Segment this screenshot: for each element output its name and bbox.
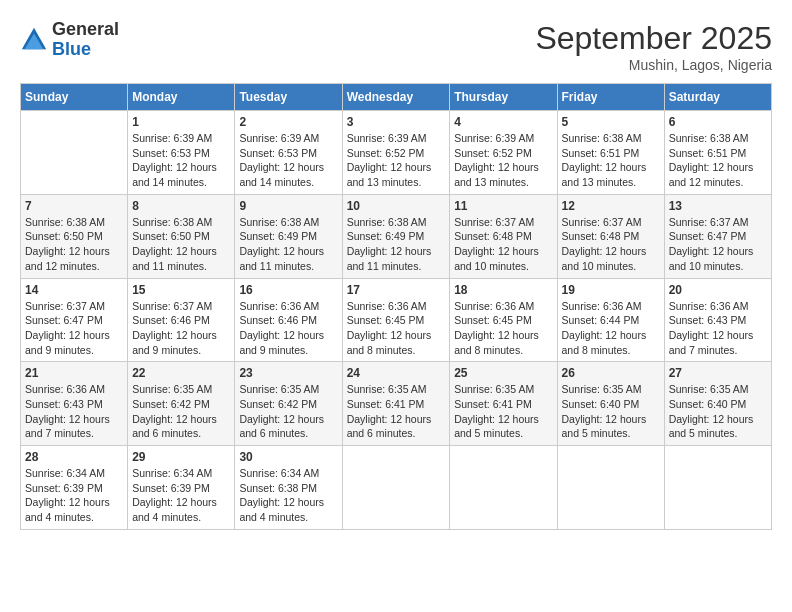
day-number: 9 bbox=[239, 199, 337, 213]
col-header-thursday: Thursday bbox=[450, 84, 557, 111]
day-number: 6 bbox=[669, 115, 767, 129]
logo-icon bbox=[20, 26, 48, 54]
calendar-cell bbox=[664, 446, 771, 530]
calendar-cell: 26Sunrise: 6:35 AM Sunset: 6:40 PM Dayli… bbox=[557, 362, 664, 446]
day-number: 11 bbox=[454, 199, 552, 213]
day-number: 14 bbox=[25, 283, 123, 297]
col-header-friday: Friday bbox=[557, 84, 664, 111]
week-row-3: 14Sunrise: 6:37 AM Sunset: 6:47 PM Dayli… bbox=[21, 278, 772, 362]
calendar-cell: 1Sunrise: 6:39 AM Sunset: 6:53 PM Daylig… bbox=[128, 111, 235, 195]
calendar-cell: 18Sunrise: 6:36 AM Sunset: 6:45 PM Dayli… bbox=[450, 278, 557, 362]
day-number: 26 bbox=[562, 366, 660, 380]
logo-blue-text: Blue bbox=[52, 39, 91, 59]
calendar-table: SundayMondayTuesdayWednesdayThursdayFrid… bbox=[20, 83, 772, 530]
calendar-cell bbox=[21, 111, 128, 195]
week-row-2: 7Sunrise: 6:38 AM Sunset: 6:50 PM Daylig… bbox=[21, 194, 772, 278]
day-info: Sunrise: 6:39 AM Sunset: 6:52 PM Dayligh… bbox=[347, 131, 446, 190]
calendar-cell: 7Sunrise: 6:38 AM Sunset: 6:50 PM Daylig… bbox=[21, 194, 128, 278]
col-header-monday: Monday bbox=[128, 84, 235, 111]
day-info: Sunrise: 6:36 AM Sunset: 6:43 PM Dayligh… bbox=[669, 299, 767, 358]
day-info: Sunrise: 6:35 AM Sunset: 6:40 PM Dayligh… bbox=[562, 382, 660, 441]
col-header-sunday: Sunday bbox=[21, 84, 128, 111]
day-info: Sunrise: 6:36 AM Sunset: 6:45 PM Dayligh… bbox=[454, 299, 552, 358]
calendar-cell: 21Sunrise: 6:36 AM Sunset: 6:43 PM Dayli… bbox=[21, 362, 128, 446]
calendar-cell: 28Sunrise: 6:34 AM Sunset: 6:39 PM Dayli… bbox=[21, 446, 128, 530]
day-info: Sunrise: 6:37 AM Sunset: 6:46 PM Dayligh… bbox=[132, 299, 230, 358]
calendar-header-row: SundayMondayTuesdayWednesdayThursdayFrid… bbox=[21, 84, 772, 111]
calendar-cell: 14Sunrise: 6:37 AM Sunset: 6:47 PM Dayli… bbox=[21, 278, 128, 362]
calendar-cell: 24Sunrise: 6:35 AM Sunset: 6:41 PM Dayli… bbox=[342, 362, 450, 446]
calendar-cell: 22Sunrise: 6:35 AM Sunset: 6:42 PM Dayli… bbox=[128, 362, 235, 446]
col-header-wednesday: Wednesday bbox=[342, 84, 450, 111]
day-number: 5 bbox=[562, 115, 660, 129]
day-info: Sunrise: 6:37 AM Sunset: 6:48 PM Dayligh… bbox=[562, 215, 660, 274]
calendar-cell: 8Sunrise: 6:38 AM Sunset: 6:50 PM Daylig… bbox=[128, 194, 235, 278]
day-number: 18 bbox=[454, 283, 552, 297]
day-info: Sunrise: 6:39 AM Sunset: 6:53 PM Dayligh… bbox=[239, 131, 337, 190]
day-number: 2 bbox=[239, 115, 337, 129]
month-title: September 2025 bbox=[535, 20, 772, 57]
calendar-cell: 13Sunrise: 6:37 AM Sunset: 6:47 PM Dayli… bbox=[664, 194, 771, 278]
day-info: Sunrise: 6:37 AM Sunset: 6:47 PM Dayligh… bbox=[25, 299, 123, 358]
week-row-5: 28Sunrise: 6:34 AM Sunset: 6:39 PM Dayli… bbox=[21, 446, 772, 530]
calendar-cell: 27Sunrise: 6:35 AM Sunset: 6:40 PM Dayli… bbox=[664, 362, 771, 446]
calendar-cell: 30Sunrise: 6:34 AM Sunset: 6:38 PM Dayli… bbox=[235, 446, 342, 530]
day-number: 3 bbox=[347, 115, 446, 129]
day-info: Sunrise: 6:35 AM Sunset: 6:42 PM Dayligh… bbox=[132, 382, 230, 441]
day-info: Sunrise: 6:39 AM Sunset: 6:52 PM Dayligh… bbox=[454, 131, 552, 190]
calendar-cell: 17Sunrise: 6:36 AM Sunset: 6:45 PM Dayli… bbox=[342, 278, 450, 362]
day-info: Sunrise: 6:35 AM Sunset: 6:42 PM Dayligh… bbox=[239, 382, 337, 441]
calendar-cell bbox=[450, 446, 557, 530]
calendar-cell bbox=[557, 446, 664, 530]
calendar-body: 1Sunrise: 6:39 AM Sunset: 6:53 PM Daylig… bbox=[21, 111, 772, 530]
calendar-cell: 20Sunrise: 6:36 AM Sunset: 6:43 PM Dayli… bbox=[664, 278, 771, 362]
calendar-cell: 5Sunrise: 6:38 AM Sunset: 6:51 PM Daylig… bbox=[557, 111, 664, 195]
logo-general-text: General bbox=[52, 19, 119, 39]
day-info: Sunrise: 6:36 AM Sunset: 6:46 PM Dayligh… bbox=[239, 299, 337, 358]
calendar-cell bbox=[342, 446, 450, 530]
day-number: 10 bbox=[347, 199, 446, 213]
day-number: 25 bbox=[454, 366, 552, 380]
col-header-tuesday: Tuesday bbox=[235, 84, 342, 111]
day-info: Sunrise: 6:34 AM Sunset: 6:39 PM Dayligh… bbox=[25, 466, 123, 525]
day-info: Sunrise: 6:35 AM Sunset: 6:41 PM Dayligh… bbox=[347, 382, 446, 441]
calendar-cell: 11Sunrise: 6:37 AM Sunset: 6:48 PM Dayli… bbox=[450, 194, 557, 278]
day-info: Sunrise: 6:36 AM Sunset: 6:44 PM Dayligh… bbox=[562, 299, 660, 358]
day-number: 4 bbox=[454, 115, 552, 129]
day-info: Sunrise: 6:35 AM Sunset: 6:41 PM Dayligh… bbox=[454, 382, 552, 441]
calendar-cell: 23Sunrise: 6:35 AM Sunset: 6:42 PM Dayli… bbox=[235, 362, 342, 446]
calendar-cell: 9Sunrise: 6:38 AM Sunset: 6:49 PM Daylig… bbox=[235, 194, 342, 278]
week-row-1: 1Sunrise: 6:39 AM Sunset: 6:53 PM Daylig… bbox=[21, 111, 772, 195]
calendar-cell: 6Sunrise: 6:38 AM Sunset: 6:51 PM Daylig… bbox=[664, 111, 771, 195]
day-number: 24 bbox=[347, 366, 446, 380]
day-number: 28 bbox=[25, 450, 123, 464]
day-info: Sunrise: 6:38 AM Sunset: 6:49 PM Dayligh… bbox=[347, 215, 446, 274]
day-number: 13 bbox=[669, 199, 767, 213]
calendar-cell: 15Sunrise: 6:37 AM Sunset: 6:46 PM Dayli… bbox=[128, 278, 235, 362]
day-number: 16 bbox=[239, 283, 337, 297]
day-info: Sunrise: 6:37 AM Sunset: 6:48 PM Dayligh… bbox=[454, 215, 552, 274]
day-info: Sunrise: 6:36 AM Sunset: 6:45 PM Dayligh… bbox=[347, 299, 446, 358]
day-info: Sunrise: 6:38 AM Sunset: 6:50 PM Dayligh… bbox=[25, 215, 123, 274]
day-number: 27 bbox=[669, 366, 767, 380]
day-number: 7 bbox=[25, 199, 123, 213]
day-number: 1 bbox=[132, 115, 230, 129]
calendar-cell: 2Sunrise: 6:39 AM Sunset: 6:53 PM Daylig… bbox=[235, 111, 342, 195]
page-header: General Blue September 2025 Mushin, Lago… bbox=[20, 20, 772, 73]
day-info: Sunrise: 6:38 AM Sunset: 6:51 PM Dayligh… bbox=[562, 131, 660, 190]
calendar-cell: 10Sunrise: 6:38 AM Sunset: 6:49 PM Dayli… bbox=[342, 194, 450, 278]
day-number: 22 bbox=[132, 366, 230, 380]
day-info: Sunrise: 6:34 AM Sunset: 6:39 PM Dayligh… bbox=[132, 466, 230, 525]
day-number: 17 bbox=[347, 283, 446, 297]
calendar-cell: 12Sunrise: 6:37 AM Sunset: 6:48 PM Dayli… bbox=[557, 194, 664, 278]
calendar-cell: 19Sunrise: 6:36 AM Sunset: 6:44 PM Dayli… bbox=[557, 278, 664, 362]
calendar-cell: 3Sunrise: 6:39 AM Sunset: 6:52 PM Daylig… bbox=[342, 111, 450, 195]
day-number: 12 bbox=[562, 199, 660, 213]
day-info: Sunrise: 6:38 AM Sunset: 6:50 PM Dayligh… bbox=[132, 215, 230, 274]
day-info: Sunrise: 6:36 AM Sunset: 6:43 PM Dayligh… bbox=[25, 382, 123, 441]
day-info: Sunrise: 6:34 AM Sunset: 6:38 PM Dayligh… bbox=[239, 466, 337, 525]
calendar-cell: 4Sunrise: 6:39 AM Sunset: 6:52 PM Daylig… bbox=[450, 111, 557, 195]
calendar-cell: 25Sunrise: 6:35 AM Sunset: 6:41 PM Dayli… bbox=[450, 362, 557, 446]
day-info: Sunrise: 6:39 AM Sunset: 6:53 PM Dayligh… bbox=[132, 131, 230, 190]
col-header-saturday: Saturday bbox=[664, 84, 771, 111]
